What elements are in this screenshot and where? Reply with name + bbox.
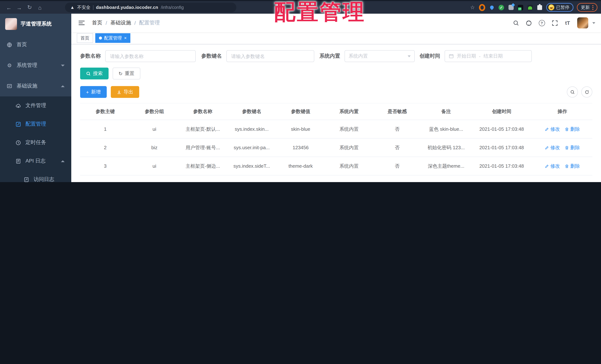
extension-grid-icon[interactable] [508, 4, 514, 10]
tag-label: 配置管理 [104, 35, 122, 41]
refresh-table-button[interactable] [581, 86, 592, 98]
edit-link[interactable]: 修改 [545, 181, 560, 182]
sidebar-item-config[interactable]: 配置管理 [0, 115, 71, 133]
refresh-icon: ↻ [119, 71, 123, 76]
extension-check-icon[interactable]: ✓ [498, 4, 504, 10]
emoji-avatar-icon [548, 4, 554, 10]
sidebar-submenu-infra: 文件管理 配置管理 定时任务 [0, 96, 71, 182]
sidebar: 芋道管理系统 首页 ⚙ 系统管理 基础设施 [0, 14, 71, 182]
edit-link[interactable]: 修改 [545, 126, 560, 132]
table-header-row: 参数主键 参数分组 参数名称 参数键名 参数键值 系统内置 是否敏感 备注 创建… [80, 103, 592, 120]
table-row: 2biz 用户管理-账号...sys.user.init-pa... 12345… [80, 138, 592, 157]
sidebar-collapse-icon[interactable] [77, 19, 86, 27]
add-button[interactable]: + 新增 [80, 86, 107, 98]
cloud-upload-icon [16, 103, 21, 108]
browser-forward-icon[interactable]: → [14, 2, 24, 12]
chevron-up-icon [61, 85, 65, 87]
delete-link[interactable]: 删除 [565, 144, 580, 151]
security-warning-icon[interactable]: ▲ [70, 5, 75, 10]
extension-cn-icon[interactable] [517, 4, 524, 10]
breadcrumb-home[interactable]: 首页 [92, 20, 102, 26]
edit-link[interactable]: 修改 [545, 144, 560, 151]
browser-reload-icon[interactable]: ↻ [24, 2, 35, 12]
sidebar-item-label: API 日志 [25, 158, 46, 164]
edit-square-icon [16, 121, 21, 127]
tag-config-active[interactable]: 配置管理 × [95, 33, 130, 43]
browser-menu-icon[interactable] [592, 5, 593, 10]
sidebar-item-api-log[interactable]: API 日志 [0, 152, 71, 170]
active-dot-icon [99, 37, 102, 40]
param-key-input[interactable] [226, 50, 314, 62]
extension-tampermonkey-icon[interactable] [527, 4, 533, 10]
sidebar-item-label: 首页 [17, 41, 27, 48]
system-builtin-select[interactable]: 系统内置 [345, 50, 415, 62]
extension-ring-icon[interactable] [479, 4, 485, 10]
fullscreen-icon[interactable] [551, 20, 558, 26]
page-content: 参数名称 参数键名 系统内置 系统内置 创建时间 开始日期 [71, 44, 601, 182]
reset-button[interactable]: ↻ 重置 [113, 68, 140, 79]
toggle-search-button[interactable] [567, 86, 578, 98]
config-table: 参数主键 参数分组 参数名称 参数键名 参数键值 系统内置 是否敏感 备注 创建… [80, 103, 592, 182]
col-header: 参数分组 [130, 103, 179, 120]
sidebar-item-system[interactable]: ⚙ 系统管理 [0, 55, 71, 76]
extensions-puzzle-icon[interactable] [537, 4, 543, 10]
browser-update-button[interactable]: 更新 [577, 3, 598, 12]
sidebar-item-home[interactable]: 首页 [0, 34, 71, 55]
api-log-icon [16, 158, 21, 164]
browser-back-icon[interactable]: ← [4, 2, 14, 12]
extension-pin-icon[interactable] [489, 4, 495, 10]
address-bar[interactable]: ▲ 不安全 dashboard.yudao.iocoder.cn /infra/… [65, 3, 236, 12]
profile-paused-badge[interactable]: 已暂停 [546, 3, 573, 12]
app-title: 芋道管理系统 [21, 21, 52, 27]
header-search-icon[interactable] [512, 20, 519, 26]
gear-icon: ⚙ [7, 63, 12, 68]
sidebar-item-label: 访问日志 [34, 176, 54, 182]
date-separator: - [479, 53, 481, 59]
breadcrumb: 首页 / 基础设施 / 配置管理 [92, 20, 160, 26]
infra-monitor-icon [7, 83, 12, 89]
col-header: 系统内置 [325, 103, 373, 120]
sidebar-item-label: 基础设施 [17, 83, 37, 89]
param-name-input[interactable] [105, 50, 196, 62]
sidebar-item-file[interactable]: 文件管理 [0, 96, 71, 115]
delete-link[interactable]: 删除 [565, 163, 580, 169]
access-log-icon [24, 177, 29, 182]
edit-link[interactable]: 修改 [545, 163, 560, 169]
sidebar-item-access-log[interactable]: 访问日志 [0, 170, 71, 182]
date-end-placeholder: 结束日期 [484, 53, 503, 60]
breadcrumb-infra[interactable]: 基础设施 [110, 20, 131, 26]
url-path: /infra/config [161, 5, 184, 10]
search-button[interactable]: 搜索 [80, 68, 109, 79]
avatar-caret-down-icon[interactable] [592, 22, 595, 24]
download-icon [117, 90, 121, 94]
sidebar-item-job[interactable]: 定时任务 [0, 133, 71, 152]
delete-link[interactable]: 删除 [565, 181, 580, 182]
select-caret-icon [408, 55, 411, 57]
font-size-icon[interactable]: tT [564, 20, 571, 26]
user-avatar[interactable] [577, 17, 588, 29]
create-time-range-picker[interactable]: 开始日期 - 结束日期 [445, 50, 532, 62]
chevron-up-icon [61, 160, 65, 162]
col-header: 备注 [421, 103, 471, 120]
app-logo-row[interactable]: 芋道管理系统 [0, 14, 71, 34]
chevron-down-icon [61, 64, 65, 66]
tag-close-icon[interactable]: × [124, 36, 127, 40]
select-placeholder: 系统内置 [349, 53, 368, 60]
browser-home-icon[interactable]: ⌂ [35, 2, 45, 12]
calendar-icon [449, 54, 454, 59]
help-icon[interactable]: ? [538, 20, 545, 26]
delete-link[interactable]: 删除 [565, 126, 580, 132]
sidebar-item-label: 定时任务 [25, 139, 46, 146]
sidebar-item-infra[interactable]: 基础设施 [0, 76, 71, 96]
table-row: 41 xxxdemo.test 10自定义 否5 2021-01-19 03:1… [80, 175, 592, 182]
bookmark-star-icon[interactable]: ☆ [469, 4, 476, 10]
sidebar-item-label: 配置管理 [25, 121, 46, 127]
tag-home[interactable]: 首页 [77, 33, 93, 43]
tags-view-bar: 首页 配置管理 × [71, 32, 601, 44]
tag-label: 首页 [80, 35, 89, 41]
github-icon[interactable] [525, 20, 532, 26]
plus-icon: + [86, 89, 89, 95]
timer-icon [16, 140, 21, 145]
col-header: 创建时间 [471, 103, 532, 120]
export-button[interactable]: 导出 [110, 86, 139, 98]
